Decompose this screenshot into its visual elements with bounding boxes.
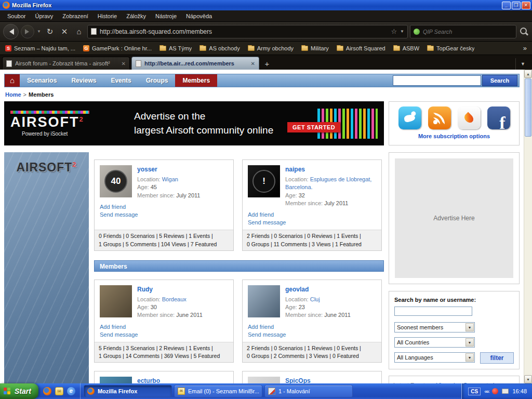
bookmark-star-icon[interactable]: ☆ xyxy=(391,28,397,35)
bookmark-seznam[interactable]: SSeznam – Najdu tam, ... xyxy=(5,45,75,51)
task-paint[interactable]: 1 - Malování xyxy=(264,385,353,397)
member-name-link[interactable]: geovlad xyxy=(285,285,351,294)
search-bar[interactable] xyxy=(410,25,516,38)
nav-groups[interactable]: Groups xyxy=(139,74,176,87)
bookmark-army-obchody[interactable]: Army obchody xyxy=(248,45,294,51)
send-message-link[interactable]: Send message xyxy=(100,331,228,338)
bookmarks-overflow-chevron[interactable]: » xyxy=(523,44,527,52)
menu-history[interactable]: Historie xyxy=(94,11,121,21)
bookmark-topgear[interactable]: TopGear česky xyxy=(427,45,474,51)
qip-search-engine-icon[interactable] xyxy=(414,29,420,35)
language-indicator[interactable]: CS xyxy=(468,388,481,395)
clock[interactable]: 16:48 xyxy=(512,388,527,394)
bookmark-airsoft-squared[interactable]: Airsoft Squared xyxy=(337,45,385,51)
mail-quicklaunch-icon[interactable]: ✉ xyxy=(55,387,63,395)
list-all-tabs-button[interactable]: ▼ xyxy=(515,58,530,70)
add-friend-link[interactable]: Add friend xyxy=(100,204,228,210)
send-message-link[interactable]: Send message xyxy=(100,211,228,218)
menu-bookmarks[interactable]: Záložky xyxy=(122,11,150,21)
hide-icons-chevron[interactable]: «« xyxy=(484,388,488,394)
member-location-link[interactable]: Bordeaux xyxy=(162,296,187,302)
restore-button[interactable]: ❐ xyxy=(512,2,521,9)
menu-file[interactable]: Soubor xyxy=(3,11,30,21)
forward-history-dropdown[interactable]: ▼ xyxy=(36,29,42,34)
rss-icon[interactable] xyxy=(428,107,451,129)
feedburner-icon[interactable] xyxy=(458,107,481,129)
reload-button[interactable]: ↻ xyxy=(44,25,56,38)
add-friend-link[interactable]: Add friend xyxy=(248,324,376,330)
task-firefox[interactable]: Mozilla Firefox xyxy=(84,385,172,397)
member-name-link[interactable]: yosser xyxy=(137,165,200,174)
breadcrumb-home-link[interactable]: Home xyxy=(5,91,21,98)
chevron-down-icon[interactable]: ▼ xyxy=(466,338,474,347)
chevron-down-icon[interactable]: ▼ xyxy=(466,323,474,331)
site-search-button[interactable]: Search xyxy=(482,75,517,86)
site-home-icon[interactable]: ⌂ xyxy=(5,74,20,87)
firefox-quicklaunch-icon[interactable] xyxy=(43,387,51,395)
nav-reviews[interactable]: Reviews xyxy=(64,74,103,87)
more-subscriptions-link[interactable]: More subscription options xyxy=(418,133,490,139)
url-text[interactable]: http://beta.airsoft-squared.com/members xyxy=(100,28,388,35)
member-avatar[interactable]: ! xyxy=(248,165,280,197)
task-email[interactable]: ✉ Email (0) - Seznam MiniBr... xyxy=(174,385,262,397)
tab-airsoft-forum[interactable]: Airsoft forum - Zobrazit téma - airsoft²… xyxy=(2,57,130,70)
tab-close-icon[interactable]: ✕ xyxy=(251,61,255,66)
send-message-link[interactable]: Send message xyxy=(248,331,376,338)
bookmark-as-tymy[interactable]: AS Týmy xyxy=(159,45,192,51)
add-friend-link[interactable]: Add friend xyxy=(100,324,228,330)
url-bar[interactable]: http://beta.airsoft-squared.com/members … xyxy=(87,25,408,38)
member-avatar[interactable] xyxy=(100,285,132,317)
scroll-down-button[interactable]: ▼ xyxy=(524,375,532,383)
member-location-link[interactable]: Wigan xyxy=(162,176,178,182)
home-button[interactable]: ⌂ xyxy=(73,25,85,38)
member-name-link[interactable]: SpicOps xyxy=(285,377,337,383)
advertise-placeholder[interactable]: Advertise Here xyxy=(395,158,513,278)
menu-tools[interactable]: Nástroje xyxy=(151,11,181,21)
url-dropdown-icon[interactable]: ▼ xyxy=(400,29,404,34)
bookmark-asbw[interactable]: ASBW xyxy=(393,45,419,51)
member-location-link[interactable]: Cluj xyxy=(310,296,320,302)
ad-banner[interactable]: AIRSOFT2 Powered by iSocket Advertise on… xyxy=(4,101,384,145)
minimize-button[interactable]: _ xyxy=(502,2,511,9)
member-avatar[interactable] xyxy=(100,377,132,383)
keyboard-icon[interactable] xyxy=(502,389,509,394)
add-friend-link[interactable]: Add friend xyxy=(248,211,376,218)
sort-select[interactable]: Soonest members ▼ xyxy=(394,322,475,332)
filter-button[interactable]: filter xyxy=(480,352,514,364)
start-button[interactable]: Start xyxy=(0,383,38,399)
language-select[interactable]: All Languages ▼ xyxy=(394,352,475,363)
menu-help[interactable]: Nápověda xyxy=(182,11,216,21)
search-input[interactable] xyxy=(423,29,513,35)
close-button[interactable]: ✕ xyxy=(522,2,530,9)
member-name-link[interactable]: ecturbo xyxy=(137,377,184,383)
ie-quicklaunch-icon[interactable]: e xyxy=(67,387,75,395)
get-started-button[interactable]: GET STARTED xyxy=(287,122,340,132)
send-message-link[interactable]: Send message xyxy=(248,219,376,225)
tab-close-icon[interactable]: ✕ xyxy=(122,61,126,66)
member-avatar[interactable]: 40 xyxy=(100,165,132,197)
bookmark-military[interactable]: Military xyxy=(301,45,329,51)
nav-events[interactable]: Events xyxy=(103,74,138,87)
nav-scenarios[interactable]: Scenarios xyxy=(20,74,64,87)
chevron-down-icon[interactable]: ▼ xyxy=(466,353,474,362)
vertical-scrollbar[interactable]: ▲ ▼ xyxy=(524,70,532,383)
scrollbar-thumb[interactable] xyxy=(525,78,531,137)
bookmark-gamepark[interactable]: GGamePark : Online hr... xyxy=(83,45,152,51)
stop-button[interactable]: ✕ xyxy=(58,25,71,38)
airsoft-side-banner[interactable]: AIRSOFT2 xyxy=(4,152,89,383)
country-select[interactable]: All Countries ▼ xyxy=(394,337,475,348)
facebook-icon[interactable]: f xyxy=(487,107,510,129)
member-name-link[interactable]: Rudy xyxy=(137,285,203,294)
member-avatar[interactable] xyxy=(248,285,280,317)
notification-icon[interactable] xyxy=(492,388,498,394)
nav-members[interactable]: Members xyxy=(175,74,217,87)
site-identity-icon[interactable] xyxy=(91,28,97,35)
scroll-up-button[interactable]: ▲ xyxy=(524,70,532,78)
twitter-icon[interactable] xyxy=(398,107,421,129)
site-search-input[interactable] xyxy=(393,75,481,86)
new-tab-button[interactable]: + xyxy=(261,58,273,70)
member-name-link[interactable]: naipes xyxy=(285,165,376,174)
member-avatar[interactable] xyxy=(248,377,280,383)
forward-button[interactable] xyxy=(21,25,34,38)
menu-view[interactable]: Zobrazení xyxy=(58,11,92,21)
